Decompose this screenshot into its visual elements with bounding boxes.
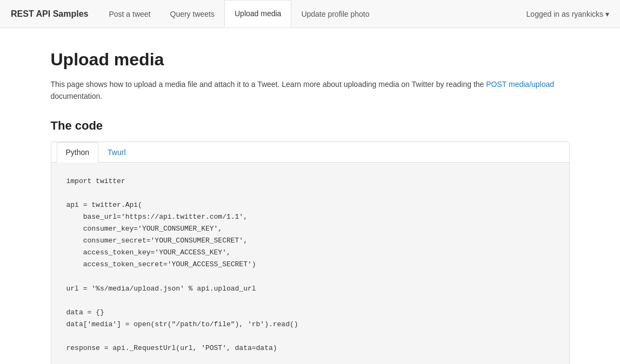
navbar-user-label: Logged in as ryankicks	[526, 10, 603, 18]
post-media-upload-link[interactable]: POST media/upload	[486, 80, 554, 89]
page-description: This page shows how to upload a media fi…	[51, 78, 570, 103]
navbar-tabs: Post a tweet Query tweets Upload media U…	[99, 0, 379, 28]
tab-update-profile-photo[interactable]: Update profile photo	[291, 0, 379, 28]
description-text-2: documentation.	[51, 92, 103, 100]
code-tabs: Python Twurl	[51, 142, 569, 163]
description-text-1: This page shows how to upload a media fi…	[51, 80, 486, 89]
navbar-brand: REST API Samples	[11, 9, 88, 19]
navbar-user-menu[interactable]: Logged in as ryankicks ▾	[526, 10, 609, 18]
main-content: Upload media This page shows how to uplo…	[40, 28, 581, 364]
code-content: import twitter api = twitter.Api( base_u…	[51, 163, 569, 364]
dropdown-arrow-icon: ▾	[605, 10, 609, 18]
code-tab-twurl[interactable]: Twurl	[98, 142, 135, 163]
tab-upload-media[interactable]: Upload media	[224, 0, 291, 28]
tab-query-tweets[interactable]: Query tweets	[161, 0, 224, 28]
code-tab-python[interactable]: Python	[57, 142, 99, 163]
code-panel: Python Twurl import twitter api = twitte…	[51, 141, 570, 364]
navbar: REST API Samples Post a tweet Query twee…	[0, 0, 620, 28]
tab-post-a-tweet[interactable]: Post a tweet	[99, 0, 160, 28]
section-title-code: The code	[51, 119, 570, 133]
page-title: Upload media	[51, 50, 570, 70]
code-block: import twitter api = twitter.Api( base_u…	[66, 176, 554, 354]
